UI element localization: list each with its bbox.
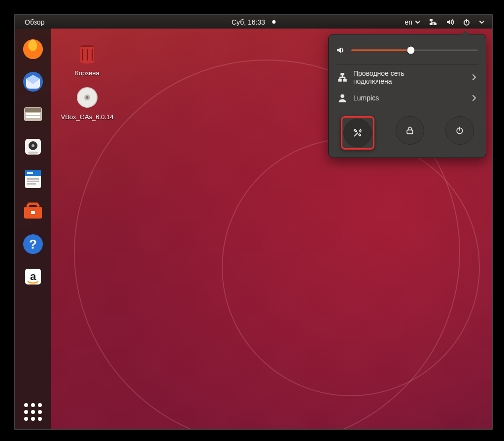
svg-rect-14: [28, 152, 38, 154]
svg-rect-8: [25, 108, 41, 112]
dock-app-amazon[interactable]: a: [19, 263, 47, 290]
power-icon[interactable]: [463, 18, 470, 26]
desktop-icons-area: Корзина VBox_GAs_6.0.14: [60, 40, 208, 121]
settings-button[interactable]: [343, 119, 372, 147]
dock-app-libreoffice-writer[interactable]: [19, 165, 47, 193]
svg-point-31: [86, 96, 89, 99]
network-icon[interactable]: [429, 18, 437, 26]
input-source-indicator[interactable]: en: [404, 18, 420, 26]
chevron-right-icon: [472, 94, 477, 101]
screen-area: Обзор Суб, 16:33 en: [14, 14, 493, 430]
input-source-label: en: [404, 18, 412, 26]
dock: ? a: [15, 29, 51, 429]
disc-icon: [73, 84, 101, 111]
svg-point-13: [32, 144, 34, 147]
svg-text:a: a: [30, 270, 36, 283]
menu-item-network-line1: Проводное сеть: [353, 69, 404, 77]
menu-item-network-line2: подключена: [353, 77, 404, 85]
separator: [336, 64, 478, 64]
power-icon: [455, 126, 465, 135]
menu-item-user-label: Lumpics: [353, 94, 379, 102]
svg-rect-22: [31, 211, 35, 214]
settings-tools-icon: [352, 127, 363, 138]
svg-rect-2: [430, 23, 433, 25]
lock-button[interactable]: [396, 116, 424, 145]
activities-button[interactable]: Обзор: [25, 18, 44, 26]
dock-app-files[interactable]: [19, 100, 47, 128]
dock-app-ubuntu-software[interactable]: [19, 198, 47, 225]
svg-rect-10: [26, 116, 40, 118]
notification-dot-icon: [272, 20, 275, 24]
show-apps-button[interactable]: [24, 403, 42, 421]
dock-app-help[interactable]: ?: [19, 230, 47, 258]
svg-rect-19: [27, 181, 39, 182]
menu-item-network[interactable]: Проводное сеть подключена: [336, 65, 479, 89]
apps-grid-icon: [24, 403, 42, 421]
dock-app-rhythmbox[interactable]: [19, 133, 47, 160]
chevron-down-icon: [415, 20, 420, 25]
desktop-icon-vbox-label: VBox_GAs_6.0.14: [60, 113, 114, 121]
svg-rect-20: [27, 183, 36, 185]
chevron-down-icon[interactable]: [479, 20, 484, 25]
dock-app-thunderbird[interactable]: [19, 68, 47, 95]
svg-rect-18: [27, 178, 39, 180]
menu-item-user[interactable]: Lumpics: [336, 89, 479, 107]
person-icon: [337, 93, 347, 103]
svg-rect-36: [407, 130, 413, 134]
desktop-icon-trash-label: Корзина: [60, 69, 114, 77]
svg-point-35: [340, 94, 344, 98]
network-wired-icon: [337, 72, 347, 82]
volume-slider[interactable]: [351, 44, 478, 56]
top-bar: Обзор Суб, 16:33 en: [15, 15, 492, 29]
lock-icon: [405, 126, 415, 135]
annotated-screenshot-frame: Обзор Суб, 16:33 en: [0, 0, 504, 441]
volume-icon: [336, 46, 345, 55]
svg-text:?: ?: [29, 237, 37, 252]
system-menu: Проводное сеть подключена Lumpics: [328, 34, 486, 158]
power-button[interactable]: [445, 116, 474, 145]
desktop-icon-trash[interactable]: Корзина: [60, 40, 114, 77]
annotation-highlight: [341, 116, 374, 150]
dock-app-firefox[interactable]: [19, 35, 47, 63]
svg-rect-9: [26, 113, 40, 115]
svg-rect-17: [27, 172, 33, 174]
desktop-icon-vbox-gas[interactable]: VBox_GAs_6.0.14: [60, 84, 114, 121]
trash-icon: [73, 40, 101, 67]
separator: [336, 110, 478, 110]
clock[interactable]: Суб, 16:33: [232, 18, 265, 26]
chevron-right-icon: [472, 74, 477, 81]
volume-icon[interactable]: [446, 18, 454, 26]
